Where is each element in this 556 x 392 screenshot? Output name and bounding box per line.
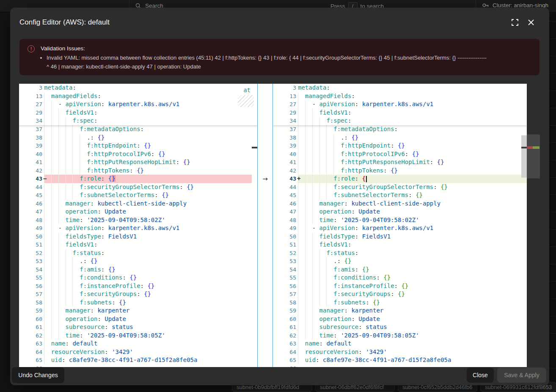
code-line[interactable]: 59manager: karpenter <box>19 307 252 315</box>
code-line[interactable]: 34f:spec: <box>19 117 257 125</box>
code-line[interactable]: 62time: '2025-09-04T09:58:05Z' <box>19 332 252 340</box>
code-line[interactable]: 56f:instanceProfile: {} <box>273 282 527 291</box>
code-line[interactable]: 51fieldsV1: <box>19 241 252 249</box>
code-line[interactable]: 59manager: karpenter <box>273 307 527 315</box>
code-line[interactable]: 56f:instanceProfile: {} <box>19 282 252 291</box>
code-line[interactable]: 46manager: kubectl-client-side-apply <box>273 200 527 208</box>
close-button[interactable]: Close <box>467 367 494 383</box>
code-line[interactable]: 63name: default <box>273 340 527 348</box>
code-line[interactable]: 34f:spec: <box>273 117 527 125</box>
token: : <box>62 356 69 363</box>
code-line[interactable]: 61subresource: status <box>273 323 527 332</box>
code-text: f:httpPutResponseHopLimit: {} <box>298 158 527 167</box>
code-line[interactable]: 42f:httpTokens: {} <box>273 167 527 175</box>
code-line[interactable]: 49- apiVersion: karpenter.k8s.aws/v1 <box>273 224 527 233</box>
code-line[interactable]: 49- apiVersion: karpenter.k8s.aws/v1 <box>19 224 252 233</box>
code-line[interactable]: 39f:httpEndpoint: {} <box>19 142 252 150</box>
code-line[interactable]: 57f:securityGroups: {} <box>19 290 252 299</box>
code-line[interactable]: 27- apiVersion: karpenter.k8s.aws/v1 <box>19 100 257 109</box>
token: f:conditions <box>80 274 122 281</box>
code-line[interactable]: 63name: default <box>19 340 252 348</box>
code-line[interactable]: 47operation: Update <box>19 208 252 216</box>
code-line[interactable]: 55f:conditions: {} <box>19 274 252 282</box>
code-line[interactable]: 54f:amis: {} <box>19 266 252 274</box>
code-line[interactable]: 47operation: Update <box>273 208 527 216</box>
token: : <box>66 340 73 347</box>
close-icon[interactable] <box>526 18 536 27</box>
token: karpenter.k8s.aws/v1 <box>108 225 180 231</box>
token: f:metadataOptions <box>333 126 394 132</box>
code-line[interactable]: 66spec: <box>273 365 527 367</box>
code-line[interactable]: 38.: {} <box>19 134 252 142</box>
token: : <box>97 208 105 215</box>
code-text: fieldsV1: <box>44 109 257 117</box>
line-number: 40 <box>19 150 42 159</box>
code-line[interactable]: 45f:subnetSelectorTerms: {} <box>273 191 527 200</box>
code-line[interactable]: 29fieldsV1: <box>273 109 527 117</box>
expand-icon[interactable] <box>510 18 520 27</box>
code-line[interactable]: 40f:httpProtocolIPv6: {} <box>19 150 252 159</box>
token: f:httpProtocolIPv6 <box>87 151 151 157</box>
code-line[interactable]: 13managedFields: <box>19 92 257 101</box>
code-line[interactable]: 62time: '2025-09-04T09:58:05Z' <box>273 332 527 340</box>
line-number: 42 <box>19 167 42 175</box>
code-line[interactable]: 60operation: Update <box>19 315 252 323</box>
code-line[interactable]: 46manager: kubectl-client-side-apply <box>19 200 252 208</box>
code-line[interactable]: 40f:httpProtocolIPv6: {} <box>273 150 527 159</box>
code-line[interactable]: 27- apiVersion: karpenter.k8s.aws/v1 <box>273 100 527 109</box>
code-line[interactable]: 48time: '2025-09-04T09:58:02Z' <box>19 216 252 225</box>
diff-sash[interactable]: → <box>257 84 273 367</box>
code-line[interactable]: 50fieldsType: FieldsV1 <box>273 233 527 241</box>
code-line[interactable]: 64resourceVersion: '3429' <box>273 348 527 356</box>
token: time <box>66 332 80 339</box>
token: : <box>355 266 362 273</box>
revert-change-arrow-button[interactable]: → <box>258 175 272 183</box>
code-line[interactable]: 48time: '2025-09-04T09:58:02Z' <box>273 216 527 225</box>
code-line[interactable]: 51fieldsV1: <box>273 241 527 249</box>
code-line[interactable]: 3metadata: <box>19 84 257 92</box>
indent-guides <box>44 183 80 192</box>
token: : <box>348 117 351 124</box>
code-line[interactable]: 61subresource: status <box>19 323 252 332</box>
code-line[interactable]: 41f:httpPutResponseHopLimit: {} <box>19 158 252 167</box>
save-apply-button[interactable]: Save & Apply <box>497 367 546 383</box>
code-line[interactable]: 57f:securityGroups: {} <box>273 290 527 299</box>
code-line[interactable]: 52f:status: <box>19 249 252 258</box>
code-line[interactable]: 65uid: c8afe97e-38cc-4f91-a767-d15f2a8fe… <box>19 356 252 365</box>
code-line[interactable]: 29fieldsV1: <box>19 109 257 117</box>
code-line[interactable]: 44f:securityGroupSelectorTerms: {} <box>19 183 252 192</box>
code-line[interactable]: 43−f:role: {} <box>19 175 252 183</box>
code-line[interactable]: 13managedFields: <box>273 92 527 101</box>
code-line[interactable]: 53.: {} <box>19 257 252 266</box>
code-line[interactable]: 41f:httpPutResponseHopLimit: {} <box>273 158 527 167</box>
code-line[interactable]: 37f:metadataOptions: <box>273 125 527 134</box>
code-line[interactable]: 58f:subnets: {} <box>273 299 527 307</box>
vertical-scrollbar-thumb[interactable] <box>521 135 527 178</box>
indent-guides <box>44 282 80 291</box>
code-line[interactable]: 65uid: c8afe97e-38cc-4f91-a767-d15f2a8fe… <box>273 356 527 365</box>
code-line[interactable]: 55f:conditions: {} <box>273 274 527 282</box>
code-line[interactable]: 58f:subnets: {} <box>19 299 252 307</box>
code-line[interactable]: 3metadata: <box>273 84 527 92</box>
code-line[interactable]: 44f:securityGroupSelectorTerms: {} <box>273 183 527 192</box>
code-line[interactable]: 39f:httpEndpoint: {} <box>273 142 527 150</box>
token: subresource <box>66 323 105 330</box>
code-line[interactable]: 38.: {} <box>273 134 527 142</box>
code-line[interactable]: 52f:status: <box>273 249 527 258</box>
code-line[interactable]: 53.: {} <box>273 257 527 266</box>
token: apiVersion <box>319 101 355 107</box>
minimap-slider[interactable] <box>527 134 540 178</box>
diff-modified-pane[interactable]: 37f:metadataOptions:38.: {}39f:httpEndpo… <box>273 84 527 367</box>
token: {} <box>147 282 154 289</box>
code-line[interactable]: 50fieldsType: FieldsV1 <box>19 233 252 241</box>
undo-changes-button[interactable]: Undo Changes <box>12 367 64 383</box>
code-line[interactable]: 42f:httpTokens: {} <box>19 167 252 175</box>
code-line[interactable]: 64resourceVersion: '3429' <box>19 348 252 356</box>
original-overview-mark <box>252 147 257 148</box>
code-line[interactable]: 37f:metadataOptions: <box>19 125 252 134</box>
code-line[interactable]: 54f:amis: {} <box>273 266 527 274</box>
code-line[interactable]: 43+f:role: { <box>273 175 527 183</box>
diff-original-pane[interactable]: 37f:metadataOptions:38.: {}39f:httpEndpo… <box>19 84 257 367</box>
code-line[interactable]: 45f:subnetSelectorTerms: {} <box>19 191 252 200</box>
code-line[interactable]: 60operation: Update <box>273 315 527 323</box>
